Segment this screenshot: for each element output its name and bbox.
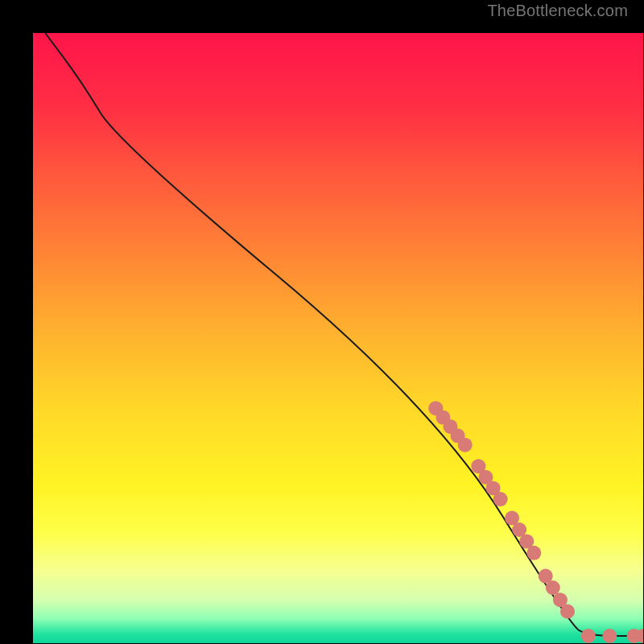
chart-point: [560, 605, 575, 619]
chart-point: [458, 438, 473, 452]
chart-point: [602, 629, 617, 643]
chart-point: [493, 492, 508, 506]
chart-point: [546, 580, 560, 595]
chart-svg: [33, 33, 643, 643]
chart-plot-area: [33, 33, 643, 643]
chart-point: [526, 546, 541, 560]
chart-background: [33, 33, 643, 643]
chart-point: [581, 629, 596, 643]
chart-frame: [16, 16, 628, 628]
